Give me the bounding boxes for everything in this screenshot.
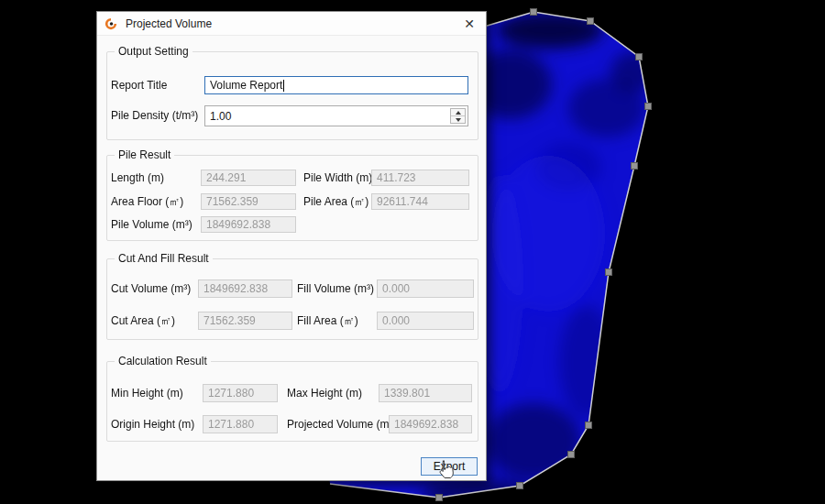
area-floor-label: Area Floor (㎡) bbox=[111, 193, 183, 210]
polygon-vertex-handle[interactable] bbox=[531, 9, 537, 16]
report-title-label: Report Title bbox=[111, 76, 167, 94]
triangle-down-icon bbox=[456, 118, 461, 122]
area-floor-field: 71562.359 bbox=[201, 193, 296, 210]
group-title: Cut And Fill Result bbox=[115, 252, 213, 265]
polygon-vertex-handle[interactable] bbox=[588, 18, 594, 25]
pile-width-field: 411.723 bbox=[371, 170, 469, 186]
max-height-label: Max Height (m) bbox=[287, 384, 362, 402]
origin-height-field: 1271.880 bbox=[203, 415, 278, 433]
pile-density-input[interactable]: 1.00 bbox=[204, 105, 468, 126]
projected-volume-label: Projected Volume (m³) bbox=[287, 415, 396, 433]
pile-area-field: 92611.744 bbox=[371, 193, 469, 210]
polygon-vertex-handle[interactable] bbox=[568, 452, 575, 458]
dialog-titlebar[interactable]: Projected Volume ✕ bbox=[97, 12, 486, 36]
polygon-vertex-handle[interactable] bbox=[632, 163, 638, 170]
pile-volume-field: 1849692.838 bbox=[201, 216, 296, 233]
export-button[interactable]: Export bbox=[421, 457, 478, 476]
polygon-vertex-handle[interactable] bbox=[436, 495, 443, 501]
fill-volume-field: 0.000 bbox=[377, 279, 474, 298]
polygon-vertex-handle[interactable] bbox=[636, 54, 643, 60]
text-caret bbox=[283, 80, 284, 92]
origin-height-label: Origin Height (m) bbox=[111, 415, 194, 433]
projected-volume-dialog: Projected Volume ✕ Output Setting Report… bbox=[96, 11, 487, 481]
group-title: Calculation Result bbox=[115, 355, 211, 367]
app-logo-icon bbox=[104, 17, 117, 30]
pile-density-spinner bbox=[450, 108, 466, 124]
group-title: Pile Result bbox=[115, 148, 174, 161]
polygon-vertex-handle[interactable] bbox=[645, 104, 652, 110]
projected-volume-field: 1849692.838 bbox=[389, 415, 472, 433]
triangle-up-icon bbox=[456, 111, 461, 115]
length-field: 244.291 bbox=[201, 170, 296, 186]
polygon-vertex-handle[interactable] bbox=[606, 269, 612, 276]
cut-area-label: Cut Area (㎡) bbox=[111, 312, 175, 330]
spin-up-button[interactable] bbox=[451, 109, 465, 116]
pile-density-label: Pile Density (t/m³) bbox=[111, 105, 198, 126]
polygon-vertex-handle[interactable] bbox=[586, 422, 592, 429]
group-output-setting: Output Setting bbox=[106, 51, 478, 140]
close-icon[interactable]: ✕ bbox=[456, 14, 482, 34]
pile-density-value: 1.00 bbox=[210, 110, 231, 123]
pile-volume-label: Pile Volume (m³) bbox=[111, 216, 192, 233]
group-title: Output Setting bbox=[115, 45, 192, 58]
pile-area-label: Pile Area (㎡) bbox=[303, 193, 368, 210]
cut-volume-field: 1849692.838 bbox=[198, 279, 292, 298]
fill-area-label: Fill Area (㎡) bbox=[297, 312, 358, 330]
fill-volume-label: Fill Volume (m³) bbox=[297, 279, 374, 298]
report-title-value: Volume Report bbox=[210, 79, 282, 92]
dialog-title: Projected Volume bbox=[126, 17, 212, 30]
min-height-field: 1271.880 bbox=[203, 384, 278, 402]
pile-width-label: Pile Width (m) bbox=[303, 170, 372, 186]
report-title-input[interactable]: Volume Report bbox=[204, 76, 468, 94]
cut-area-field: 71562.359 bbox=[198, 312, 292, 330]
length-label: Length (m) bbox=[111, 170, 164, 186]
fill-area-field: 0.000 bbox=[377, 312, 474, 330]
min-height-label: Min Height (m) bbox=[111, 384, 183, 402]
max-height-field: 1339.801 bbox=[379, 384, 472, 402]
spin-down-button[interactable] bbox=[451, 116, 465, 123]
cut-volume-label: Cut Volume (m³) bbox=[111, 279, 191, 298]
polygon-vertex-handle[interactable] bbox=[517, 483, 523, 489]
